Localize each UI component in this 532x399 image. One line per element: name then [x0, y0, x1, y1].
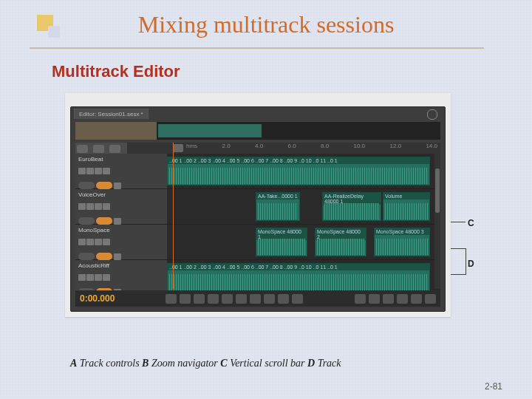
- clip-label: AA-Take...0000 1: [256, 193, 299, 200]
- callout-label-d: D: [468, 259, 474, 269]
- play-button[interactable]: [180, 294, 191, 304]
- multitrack-editor-figure: Editor: Session01.sesx * hms 2.0 4.0: [65, 93, 451, 317]
- monitor-button[interactable]: [103, 203, 110, 210]
- arm-record-button[interactable]: [95, 274, 102, 281]
- mute-button[interactable]: [78, 203, 86, 210]
- figure-caption: A Track controls B Zoom navigator C Vert…: [70, 358, 341, 369]
- track-controls[interactable]: VoiceOver: [75, 189, 167, 224]
- mute-button[interactable]: [78, 274, 86, 281]
- solo-button[interactable]: [86, 274, 94, 281]
- zoom-in-button[interactable]: [355, 294, 366, 304]
- waveform: [317, 239, 364, 255]
- track-header-controls: [75, 143, 127, 154]
- stop-button[interactable]: [166, 294, 177, 304]
- zoom-navigator-content: [158, 124, 262, 137]
- volume-knob[interactable]: [78, 217, 95, 225]
- rew-button[interactable]: [236, 294, 247, 304]
- zoom-navigator[interactable]: [75, 122, 440, 140]
- audio-clip[interactable]: AA-RealizeDelay 48000 1: [322, 192, 381, 221]
- arm-record-button[interactable]: [95, 168, 102, 174]
- track-row: EuroBeat..00 1 ..00 2 ..00 3 ..00 4 ..00…: [75, 154, 440, 189]
- track-lane[interactable]: ..00 1 ..00 2 ..00 3 ..00 4 ..00 5 ..00 …: [167, 154, 440, 188]
- track-controls[interactable]: EuroBeat: [75, 154, 167, 188]
- audio-clip[interactable]: Volume: [383, 192, 430, 221]
- read-mode-button[interactable]: [114, 218, 121, 225]
- page-title: Mixing multitrack sessions: [0, 11, 532, 38]
- pause-button[interactable]: [194, 294, 205, 304]
- monitor-button[interactable]: [103, 274, 110, 281]
- record-button[interactable]: [208, 294, 219, 304]
- track-lane[interactable]: AA-Take...0000 1AA-RealizeDelay 48000 1V…: [167, 189, 440, 224]
- solo-button[interactable]: [86, 203, 94, 210]
- clip-label: MonoSpace 48000 3: [375, 228, 429, 235]
- rtz-button[interactable]: [222, 294, 233, 304]
- waveform: [258, 203, 298, 219]
- fwd-button[interactable]: [250, 294, 261, 304]
- track-lane[interactable]: MonoSpace 48000 1MonoSpace 48000 2MonoSp…: [167, 225, 440, 259]
- tab-bar: Editor: Session01.sesx *: [71, 107, 445, 119]
- track-name: VoiceOver: [78, 191, 164, 198]
- mute-button[interactable]: [78, 168, 86, 174]
- track-name: AcousticRiff: [78, 262, 164, 269]
- zoom-sel-button[interactable]: [397, 294, 408, 304]
- track-area: EuroBeat..00 1 ..00 2 ..00 3 ..00 4 ..00…: [75, 154, 440, 289]
- mute-button[interactable]: [78, 239, 86, 245]
- pan-knob[interactable]: [96, 253, 112, 260]
- zoom-out-button[interactable]: [369, 294, 380, 304]
- track-controls[interactable]: AcousticRiff: [75, 260, 167, 295]
- zoom-out-v-button[interactable]: [425, 294, 436, 304]
- editor-panel: Editor: Session01.sesx * hms 2.0 4.0: [70, 106, 446, 312]
- waveform: [169, 168, 428, 184]
- slide: Mixing multitrack sessions Multitrack Ed…: [0, 0, 532, 399]
- page-subtitle: Multitrack Editor: [52, 62, 180, 81]
- waveform: [169, 274, 428, 290]
- pan-knob[interactable]: [96, 182, 112, 189]
- clip-label: ..00 1 ..00 2 ..00 3 ..00 4 ..00 5 ..00 …: [168, 264, 429, 270]
- audio-clip[interactable]: MonoSpace 48000 2: [315, 228, 366, 256]
- audio-clip[interactable]: ..00 1 ..00 2 ..00 3 ..00 4 ..00 5 ..00 …: [167, 263, 430, 292]
- track-row: VoiceOverAA-Take...0000 1AA-RealizeDelay…: [75, 189, 440, 225]
- callout-bracket-d: [449, 248, 466, 275]
- solo-button[interactable]: [86, 239, 94, 245]
- zoom-navigator-view[interactable]: [75, 122, 157, 140]
- tool-button[interactable]: [109, 145, 120, 153]
- monitor-button[interactable]: [103, 239, 110, 245]
- track-lane[interactable]: ..00 1 ..00 2 ..00 3 ..00 4 ..00 5 ..00 …: [167, 260, 440, 295]
- callout-tick-c: [449, 222, 466, 222]
- waveform: [258, 239, 305, 255]
- audio-clip[interactable]: ..00 1 ..00 2 ..00 3 ..00 4 ..00 5 ..00 …: [167, 157, 430, 185]
- ruler-ticks: hms 2.0 4.0 6.0 8.0 10.0 12.0 14.0: [186, 143, 437, 154]
- zoom-in-v-button[interactable]: [411, 294, 422, 304]
- audio-clip[interactable]: MonoSpace 48000 1: [256, 228, 307, 256]
- pan-knob[interactable]: [96, 217, 112, 225]
- audio-clip[interactable]: MonoSpace 48000 3: [374, 228, 430, 256]
- solo-button[interactable]: [86, 168, 94, 174]
- read-mode-button[interactable]: [114, 183, 121, 189]
- waveform: [376, 239, 428, 255]
- monitor-button[interactable]: [103, 168, 110, 174]
- arm-record-button[interactable]: [95, 203, 102, 210]
- home-icon[interactable]: [173, 144, 183, 152]
- volume-knob[interactable]: [78, 182, 95, 189]
- track-controls[interactable]: MonoSpace: [75, 225, 167, 259]
- timeline-ruler[interactable]: hms 2.0 4.0 6.0 8.0 10.0 12.0 14.0: [75, 143, 440, 154]
- callout-label-c: C: [468, 218, 474, 228]
- vertical-scroll-bar[interactable]: [434, 154, 440, 289]
- clip-label: Volume: [383, 193, 429, 200]
- tool-button[interactable]: [93, 145, 104, 153]
- skip-button[interactable]: [292, 294, 303, 304]
- playhead[interactable]: [173, 143, 174, 289]
- waveform: [324, 203, 379, 219]
- volume-knob[interactable]: [78, 253, 95, 260]
- end-button[interactable]: [264, 294, 275, 304]
- loop-button[interactable]: [278, 294, 289, 304]
- zoom-fit-button[interactable]: [383, 294, 394, 304]
- read-mode-button[interactable]: [114, 253, 121, 260]
- track-name: EuroBeat: [78, 156, 164, 163]
- tool-button[interactable]: [77, 145, 88, 153]
- track-row: MonoSpaceMonoSpace 48000 1MonoSpace 4800…: [75, 225, 440, 260]
- arm-record-button[interactable]: [95, 239, 102, 245]
- track-name: MonoSpace: [78, 227, 164, 233]
- session-tab[interactable]: Editor: Session01.sesx *: [74, 109, 149, 119]
- audio-clip[interactable]: AA-Take...0000 1: [256, 192, 300, 221]
